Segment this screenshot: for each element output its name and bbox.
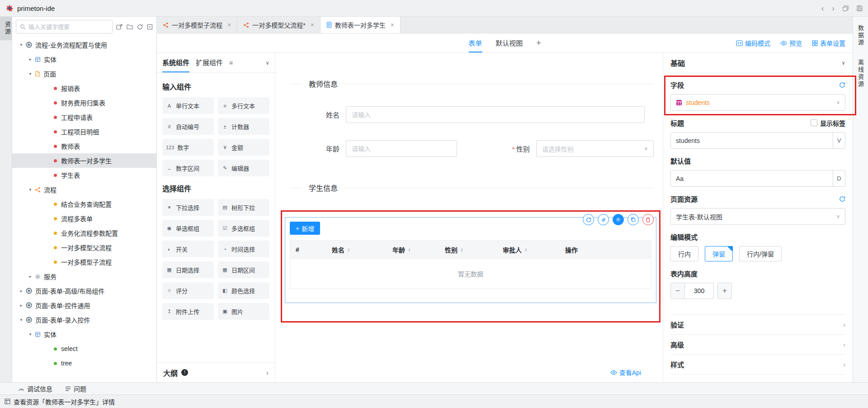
name-field[interactable] <box>346 106 645 123</box>
debug-info-tab[interactable]: 调试信息 <box>18 384 52 393</box>
sort-icon[interactable]: ▲▼ <box>347 247 350 252</box>
palette-item[interactable]: ▣图片 <box>218 303 269 320</box>
editor-tab-active[interactable]: 教师表一对多学生 × <box>321 17 401 33</box>
palette-item[interactable]: ▦日期区间 <box>218 261 269 278</box>
expand-arrow-icon[interactable]: ▸ <box>27 57 34 62</box>
palette-item[interactable]: ±计数器 <box>218 118 269 135</box>
preview-button[interactable]: 预览 <box>780 38 802 47</box>
tree-item[interactable]: ▾流程 <box>12 182 156 197</box>
palette-item[interactable]: ☑多选框组 <box>218 220 269 237</box>
palette-item[interactable]: ◐开关 <box>162 241 214 257</box>
add-view-button[interactable]: + <box>536 38 541 48</box>
chevron-down-icon[interactable]: ∨ <box>841 60 845 66</box>
editor-tab[interactable]: 一对多模型父流程* × <box>237 17 321 33</box>
copy-icon[interactable] <box>627 214 639 225</box>
show-label-toggle[interactable]: 显示标签 <box>811 119 845 128</box>
tree-item[interactable]: ▾实体 <box>12 327 156 342</box>
sort-icon[interactable]: ▲▼ <box>408 247 411 252</box>
save-icon[interactable] <box>857 5 863 11</box>
tree-item[interactable]: 流程多表单 <box>12 211 156 226</box>
chevron-right-icon[interactable]: › <box>832 5 835 12</box>
close-icon[interactable]: × <box>227 21 231 28</box>
editor-tab[interactable]: 一对多模型子流程 × <box>157 17 237 33</box>
checkbox-icon[interactable] <box>811 119 817 126</box>
tree-item[interactable]: ▾页面 <box>12 66 156 81</box>
mode-inline-dialog-button[interactable]: 行内/弹窗 <box>739 246 782 261</box>
tab-form[interactable]: 表单 <box>468 33 482 52</box>
gear-icon[interactable] <box>613 214 624 225</box>
sort-icon[interactable]: ▲▼ <box>524 247 528 252</box>
tree-item[interactable]: 学生表 <box>12 168 156 182</box>
expand-arrow-icon[interactable]: ▸ <box>18 289 25 293</box>
add-row-button[interactable]: +新增 <box>290 222 320 235</box>
palette-item[interactable]: ↥附件上传 <box>162 303 214 320</box>
tree-item[interactable]: ▸页面-表单-控件通用 <box>12 298 156 313</box>
palette-item[interactable]: ¥金额 <box>218 139 269 156</box>
palette-menu-icon[interactable]: ≡ <box>229 59 233 66</box>
palette-item[interactable]: ☆评分 <box>162 282 214 299</box>
form-canvas[interactable]: 教师信息 姓名 年龄 *性别 请选择性别∨ <box>275 53 663 382</box>
view-api-link[interactable]: 查看Api <box>610 368 641 377</box>
palette-item[interactable]: 123数字 <box>162 139 214 156</box>
sidebar-tab-resources[interactable]: 资源 <box>0 17 12 40</box>
decrease-button[interactable]: − <box>670 283 685 299</box>
search-input[interactable] <box>28 24 108 30</box>
expand-arrow-icon[interactable]: ▸ <box>27 274 34 279</box>
expand-arrow-icon[interactable]: ▾ <box>27 187 34 192</box>
age-field[interactable] <box>346 140 457 157</box>
palette-item[interactable]: ◧颜色选择 <box>218 282 269 299</box>
tree-item[interactable]: 报销表 <box>12 81 156 95</box>
search-box[interactable] <box>16 20 113 33</box>
tree-item[interactable]: 工程项目明细 <box>12 124 156 139</box>
palette-item[interactable]: #自动编号 <box>162 118 214 135</box>
tree-item[interactable]: ▾流程-业务流程配置与使用 <box>12 38 156 52</box>
field-select[interactable]: students ∨ <box>670 94 845 111</box>
problems-tab[interactable]: 问题 <box>65 384 86 393</box>
tab-offline-resources[interactable]: 离线资源 <box>856 55 865 93</box>
tree-item[interactable]: 业务化流程参数配置 <box>12 226 156 240</box>
expand-arrow-icon[interactable]: ▾ <box>18 318 25 322</box>
tree-item[interactable]: 工程申请表 <box>12 110 156 124</box>
variable-bind-button[interactable]: V <box>833 133 845 148</box>
group-advanced[interactable]: 高级 › <box>670 335 845 355</box>
mode-dialog-button[interactable]: 弹窗 <box>705 246 733 261</box>
chevron-right-icon[interactable]: › <box>266 369 269 376</box>
form-settings-button[interactable]: 表单设置 <box>812 38 845 47</box>
tab-system-components[interactable]: 系统组件 <box>162 53 189 72</box>
expand-arrow-icon[interactable]: ▾ <box>18 43 25 47</box>
palette-item[interactable]: ▦日期选择 <box>162 261 214 278</box>
tree-item[interactable]: 一对多模型父流程 <box>12 240 156 255</box>
palette-item[interactable]: ◔时间选择 <box>218 241 269 257</box>
default-value-input[interactable] <box>671 171 833 186</box>
palette-item[interactable]: A单行文本 <box>162 97 214 114</box>
close-icon[interactable]: × <box>311 21 314 28</box>
expand-arrow-icon[interactable]: ▾ <box>27 71 34 76</box>
age-input[interactable] <box>352 145 451 152</box>
title-input[interactable] <box>671 133 833 148</box>
expand-arrow-icon[interactable]: ▸ <box>18 303 25 308</box>
tree-item[interactable]: ▸实体 <box>12 52 156 66</box>
increase-button[interactable]: + <box>717 283 732 299</box>
tree-item[interactable]: select <box>12 342 156 356</box>
link-icon[interactable] <box>598 214 609 225</box>
refresh-icon[interactable] <box>137 24 143 30</box>
tree-item[interactable]: 财务费用归集表 <box>12 95 156 110</box>
group-style[interactable]: 样式 › <box>670 355 845 375</box>
tree-item[interactable]: ▸页面-表单-高级/布局组件 <box>12 284 156 298</box>
palette-item[interactable]: ↔数字区间 <box>162 160 214 176</box>
dynamic-value-button[interactable]: D <box>833 171 845 186</box>
palette-item[interactable]: ✎编辑器 <box>218 160 269 176</box>
collapse-all-icon[interactable] <box>147 24 153 30</box>
refresh-field-icon[interactable] <box>839 82 845 88</box>
expand-arrow-icon[interactable]: ▾ <box>27 332 34 337</box>
properties-header[interactable]: 基础 ∨ <box>670 53 845 73</box>
name-input[interactable] <box>352 111 639 119</box>
tab-data-source[interactable]: 数据源 <box>856 20 865 51</box>
group-validation[interactable]: 验证 › <box>670 315 845 335</box>
reveal-in-tree-icon[interactable] <box>116 24 123 30</box>
chevron-left-icon[interactable]: ‹ <box>821 5 824 12</box>
close-icon[interactable]: × <box>391 21 394 28</box>
mode-inline-button[interactable]: 行内 <box>670 246 698 261</box>
tree-item[interactable]: ▾页面-表单-录入控件 <box>12 313 156 327</box>
restore-layout-icon[interactable] <box>843 5 849 11</box>
